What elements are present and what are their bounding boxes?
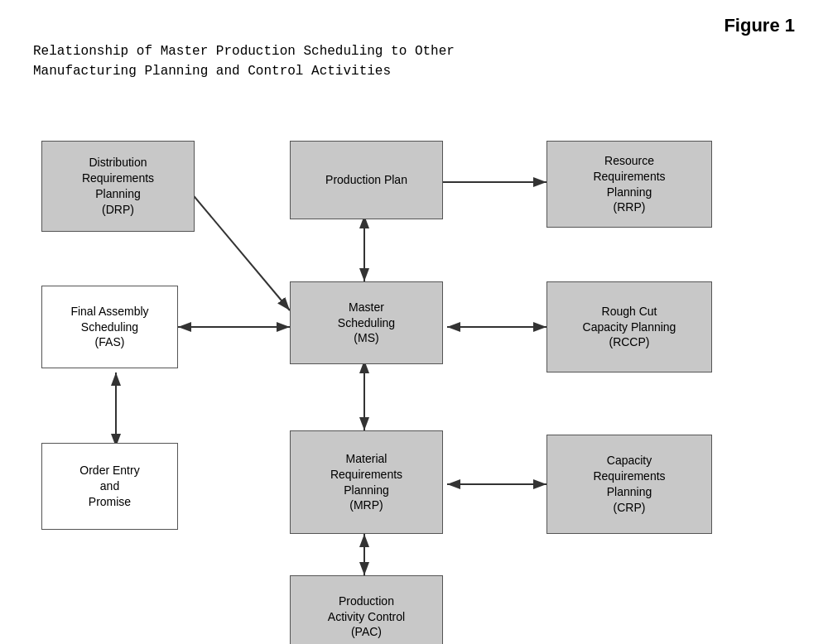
title: Relationship of Master Production Schedu… (33, 41, 455, 81)
material-requirements-label: MaterialRequirementsPlanning(MRP) (330, 451, 402, 514)
order-entry-label: Order EntryandPromise (79, 463, 139, 510)
production-plan-label: Production Plan (325, 172, 407, 188)
title-line2: Manufacturing Planning and Control Activ… (33, 61, 455, 81)
master-scheduling-box: MasterScheduling(MS) (290, 281, 443, 364)
order-entry-box: Order EntryandPromise (41, 443, 178, 530)
diagram: Production Plan ResourceRequirementsPlan… (17, 116, 811, 621)
title-line1: Relationship of Master Production Schedu… (33, 41, 455, 61)
final-assembly-label: Final AssemblyScheduling(FAS) (70, 304, 148, 351)
rough-cut-label: Rough CutCapacity Planning(RCCP) (583, 304, 676, 351)
distribution-requirements-box: DistributionRequirementsPlanning(DRP) (41, 141, 195, 232)
capacity-requirements-label: CapacityRequirementsPlanning(CRP) (593, 453, 665, 516)
production-plan-box: Production Plan (290, 141, 443, 219)
production-activity-label: ProductionActivity Control(PAC) (328, 594, 405, 641)
resource-requirements-label: ResourceRequirementsPlanning(RRP) (593, 153, 665, 216)
final-assembly-box: Final AssemblyScheduling(FAS) (41, 286, 178, 368)
resource-requirements-box: ResourceRequirementsPlanning(RRP) (546, 141, 712, 228)
production-activity-box: ProductionActivity Control(PAC) (290, 575, 443, 644)
material-requirements-box: MaterialRequirementsPlanning(MRP) (290, 430, 443, 534)
page: Figure 1 Relationship of Master Producti… (0, 0, 828, 644)
svg-line-6 (182, 182, 290, 310)
distribution-requirements-label: DistributionRequirementsPlanning(DRP) (82, 155, 154, 218)
figure-label: Figure 1 (724, 15, 795, 36)
capacity-requirements-box: CapacityRequirementsPlanning(CRP) (546, 435, 712, 534)
rough-cut-box: Rough CutCapacity Planning(RCCP) (546, 281, 712, 372)
master-scheduling-label: MasterScheduling(MS) (338, 300, 395, 347)
